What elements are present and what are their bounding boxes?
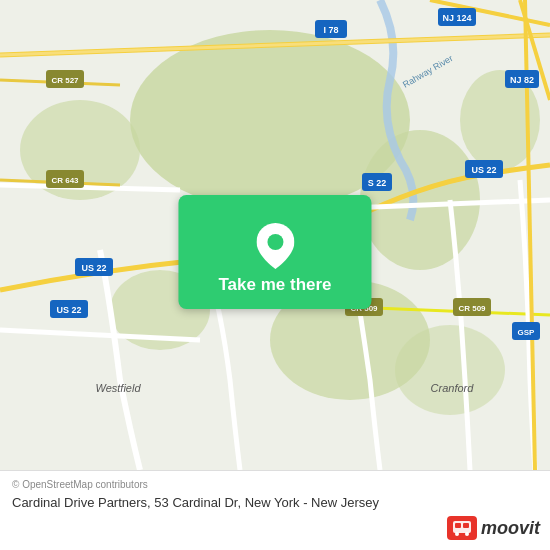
address-text: Cardinal Drive Partners, 53 Cardinal Dr,… [12,494,392,512]
svg-rect-47 [455,523,461,528]
svg-point-45 [267,234,283,250]
copyright-text: © OpenStreetMap contributors [12,479,538,490]
svg-point-49 [455,532,459,536]
map-container: I 78 NJ 124 NJ 82 US 22 S 22 CR 509 CR 5… [0,0,550,550]
svg-point-50 [465,532,469,536]
info-panel: © OpenStreetMap contributors Cardinal Dr… [0,470,550,550]
svg-rect-48 [463,523,469,528]
take-me-there-label: Take me there [218,275,331,295]
bus-svg [452,520,472,536]
moovit-text: moovit [481,518,540,539]
take-me-there-button[interactable]: Take me there [178,195,371,309]
moovit-logo: moovit [447,516,540,540]
location-pin-icon [256,223,294,269]
moovit-bus-icon [447,516,477,540]
